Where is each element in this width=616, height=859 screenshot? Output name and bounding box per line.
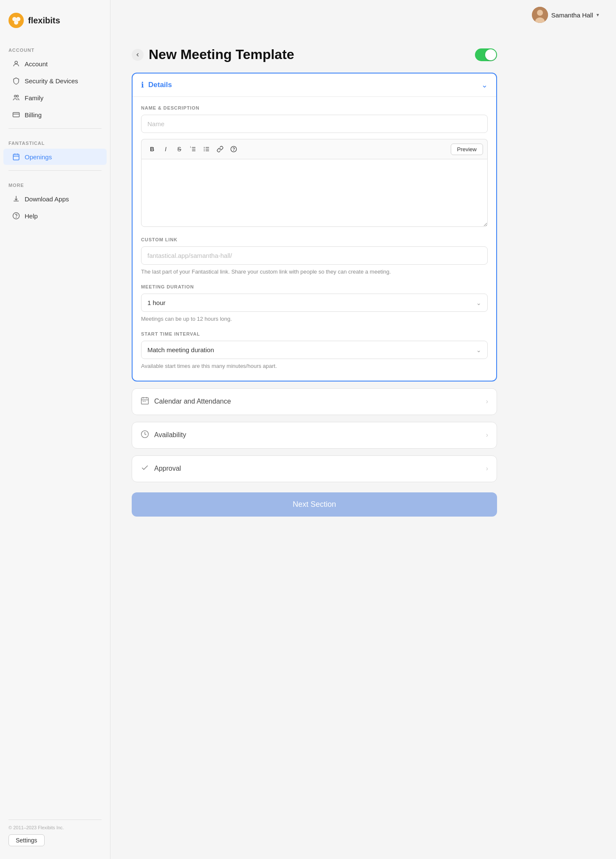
sidebar-item-billing[interactable]: Billing <box>3 107 107 123</box>
calendar-attendance-section[interactable]: Calendar and Attendance › <box>132 388 497 415</box>
details-card-header[interactable]: ℹ Details ⌄ <box>133 73 496 96</box>
top-nav: Samantha Hall ▾ <box>110 0 616 30</box>
calendar-attendance-chevron-icon: › <box>486 398 488 405</box>
sidebar-item-download-apps-label: Download Apps <box>25 195 69 203</box>
bold-button[interactable]: B <box>146 143 158 155</box>
svg-point-16 <box>537 10 543 16</box>
svg-point-29 <box>234 150 234 151</box>
approval-section[interactable]: Approval › <box>132 455 497 482</box>
availability-title: Availability <box>154 431 186 439</box>
sidebar-item-account[interactable]: Account <box>3 56 107 72</box>
start-time-value: Match meeting duration <box>147 346 214 353</box>
main-content-wrapper: Samantha Hall ▾ New Meeting Template ℹ D… <box>110 0 616 859</box>
calendar-attendance-icon <box>141 396 149 407</box>
details-header-title: Details <box>148 81 172 89</box>
divider-3 <box>8 819 102 820</box>
template-toggle[interactable] <box>475 48 497 61</box>
svg-point-5 <box>14 95 17 97</box>
calendar-attendance-title: Calendar and Attendance <box>154 398 231 405</box>
svg-point-6 <box>17 95 19 97</box>
chevron-up-icon: ⌄ <box>481 80 488 90</box>
approval-title: Approval <box>154 465 181 472</box>
link-button[interactable] <box>214 143 226 155</box>
sidebar-item-account-label: Account <box>25 60 48 68</box>
divider-1 <box>8 128 102 129</box>
sidebar-item-family-label: Family <box>25 94 43 102</box>
svg-point-3 <box>14 20 18 25</box>
start-time-helper: Available start times are this many minu… <box>141 362 488 370</box>
custom-link-input[interactable] <box>141 246 488 265</box>
meeting-duration-helper: Meetings can be up to 12 hours long. <box>141 315 488 323</box>
page-header: New Meeting Template <box>132 47 497 62</box>
sidebar-item-download-apps[interactable]: Download Apps <box>3 191 107 207</box>
custom-link-helper: The last part of your Fantastical link. … <box>141 268 488 276</box>
page-title: New Meeting Template <box>149 47 294 62</box>
sidebar-item-family[interactable]: Family <box>3 90 107 106</box>
sidebar: flexibits ACCOUNT Account Security & Dev… <box>0 0 110 859</box>
shield-icon <box>12 76 20 85</box>
sidebar-footer: © 2011–2023 Flexibits Inc. Settings <box>0 815 110 851</box>
back-button[interactable] <box>132 49 144 61</box>
strikethrough-button[interactable]: S <box>173 143 186 155</box>
details-header-left: ℹ Details <box>141 80 172 90</box>
person-icon <box>12 59 20 68</box>
availability-icon <box>141 430 149 441</box>
availability-chevron-icon: › <box>486 431 488 439</box>
sidebar-item-help[interactable]: Help <box>3 208 107 224</box>
card-icon <box>12 110 20 119</box>
duration-chevron-icon: ⌄ <box>476 300 481 306</box>
account-section-label: ACCOUNT <box>0 41 110 55</box>
settings-button[interactable]: Settings <box>8 834 45 846</box>
user-menu[interactable]: Samantha Hall ▾ <box>532 7 599 23</box>
svg-rect-30 <box>141 398 149 404</box>
availability-section[interactable]: Availability › <box>132 422 497 449</box>
meeting-duration-label: MEETING DURATION <box>141 284 488 289</box>
ordered-list-button[interactable]: 1. <box>186 143 199 155</box>
start-time-dropdown[interactable]: Match meeting duration ⌄ <box>141 341 488 359</box>
fantastical-section-label: FANTASTICAL <box>0 134 110 148</box>
description-textarea[interactable] <box>141 159 488 227</box>
editor-toolbar: B I S 1. <box>141 139 488 159</box>
help-toolbar-button[interactable] <box>227 143 240 155</box>
approval-chevron-icon: › <box>486 465 488 472</box>
logo-icon <box>8 13 24 28</box>
more-section-label: MORE <box>0 176 110 190</box>
svg-text:1.: 1. <box>190 146 192 148</box>
svg-point-27 <box>204 150 205 151</box>
svg-point-26 <box>204 149 205 150</box>
unordered-list-button[interactable] <box>200 143 213 155</box>
approval-icon <box>141 463 149 474</box>
start-time-label: START TIME INTERVAL <box>141 331 488 336</box>
chevron-down-icon: ▾ <box>596 12 599 18</box>
svg-rect-35 <box>144 401 146 401</box>
meeting-duration-dropdown[interactable]: 1 hour ⌄ <box>141 294 488 312</box>
page-header-left: New Meeting Template <box>132 47 294 62</box>
app-name: flexibits <box>28 16 60 25</box>
next-section-button[interactable]: Next Section <box>132 492 497 517</box>
preview-button[interactable]: Preview <box>451 144 483 155</box>
svg-point-4 <box>15 61 17 64</box>
svg-rect-9 <box>13 154 19 160</box>
calendar-active-icon <box>12 153 20 161</box>
app-logo: flexibits <box>0 8 110 41</box>
description-editor: B I S 1. <box>141 139 488 229</box>
svg-point-14 <box>16 217 17 218</box>
avatar <box>532 7 548 23</box>
sidebar-item-security-devices[interactable]: Security & Devices <box>3 73 107 89</box>
availability-left: Availability <box>141 430 186 441</box>
divider-2 <box>8 170 102 171</box>
meeting-duration-value: 1 hour <box>147 299 166 306</box>
page-content: New Meeting Template ℹ Details ⌄ NAME & … <box>110 30 518 859</box>
name-input[interactable] <box>141 115 488 133</box>
sidebar-item-openings-label: Openings <box>25 153 52 161</box>
sidebar-item-openings[interactable]: Openings <box>3 149 107 165</box>
name-description-label: NAME & DESCRIPTION <box>141 105 488 110</box>
italic-button[interactable]: I <box>159 143 172 155</box>
copyright: © 2011–2023 Flexibits Inc. <box>8 825 102 830</box>
people-icon <box>12 93 20 102</box>
svg-rect-7 <box>13 113 20 117</box>
user-name: Samantha Hall <box>551 11 593 19</box>
approval-left: Approval <box>141 463 181 474</box>
download-icon <box>12 195 20 203</box>
details-card: ℹ Details ⌄ NAME & DESCRIPTION B I S 1. <box>132 73 497 381</box>
